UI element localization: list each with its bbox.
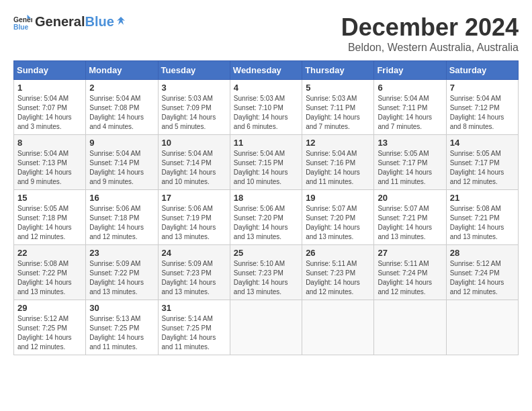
day-number: 14 (450, 138, 515, 148)
day-info: Sunrise: 5:09 AM Sunset: 7:22 PM Dayligh… (89, 259, 154, 297)
calendar-table: SundayMondayTuesdayWednesdayThursdayFrid… (13, 60, 519, 355)
calendar-week-row: 15 Sunrise: 5:05 AM Sunset: 7:18 PM Dayl… (14, 190, 519, 245)
calendar-day-cell (302, 300, 374, 355)
day-info: Sunrise: 5:04 AM Sunset: 7:14 PM Dayligh… (89, 149, 154, 187)
logo: General Blue GeneralBlue (13, 13, 126, 32)
calendar-day-cell: 30 Sunrise: 5:13 AM Sunset: 7:25 PM Dayl… (86, 300, 158, 355)
calendar-week-row: 8 Sunrise: 5:04 AM Sunset: 7:13 PM Dayli… (14, 135, 519, 190)
day-info: Sunrise: 5:12 AM Sunset: 7:25 PM Dayligh… (17, 314, 82, 352)
calendar-week-row: 22 Sunrise: 5:08 AM Sunset: 7:22 PM Dayl… (14, 245, 519, 300)
day-info: Sunrise: 5:11 AM Sunset: 7:24 PM Dayligh… (378, 259, 442, 297)
day-number: 6 (378, 83, 442, 93)
calendar-day-cell: 16 Sunrise: 5:06 AM Sunset: 7:18 PM Dayl… (86, 190, 158, 245)
calendar-day-cell: 17 Sunrise: 5:06 AM Sunset: 7:19 PM Dayl… (158, 190, 230, 245)
svg-marker-3 (117, 17, 125, 25)
calendar-week-row: 29 Sunrise: 5:12 AM Sunset: 7:25 PM Dayl… (14, 300, 519, 355)
day-info: Sunrise: 5:09 AM Sunset: 7:23 PM Dayligh… (162, 259, 226, 297)
day-info: Sunrise: 5:05 AM Sunset: 7:18 PM Dayligh… (17, 204, 82, 242)
day-number: 10 (162, 138, 226, 148)
calendar-day-cell (374, 300, 446, 355)
calendar-day-cell: 9 Sunrise: 5:04 AM Sunset: 7:14 PM Dayli… (86, 135, 158, 190)
day-info: Sunrise: 5:04 AM Sunset: 7:11 PM Dayligh… (378, 94, 442, 132)
day-number: 25 (234, 248, 298, 258)
calendar-day-header: Tuesday (158, 61, 230, 80)
day-info: Sunrise: 5:03 AM Sunset: 7:11 PM Dayligh… (306, 94, 370, 132)
day-number: 26 (306, 248, 370, 258)
calendar-day-cell: 5 Sunrise: 5:03 AM Sunset: 7:11 PM Dayli… (302, 80, 374, 135)
day-number: 19 (306, 193, 370, 203)
day-number: 4 (234, 83, 298, 93)
day-info: Sunrise: 5:11 AM Sunset: 7:23 PM Dayligh… (306, 259, 370, 297)
calendar-day-header: Monday (86, 61, 158, 80)
calendar-day-cell: 25 Sunrise: 5:10 AM Sunset: 7:23 PM Dayl… (230, 245, 302, 300)
day-info: Sunrise: 5:04 AM Sunset: 7:13 PM Dayligh… (17, 149, 82, 187)
calendar-day-header: Friday (374, 61, 446, 80)
day-number: 27 (378, 248, 442, 258)
day-info: Sunrise: 5:10 AM Sunset: 7:23 PM Dayligh… (234, 259, 298, 297)
calendar-day-cell: 10 Sunrise: 5:04 AM Sunset: 7:14 PM Dayl… (158, 135, 230, 190)
calendar-day-cell: 27 Sunrise: 5:11 AM Sunset: 7:24 PM Dayl… (374, 245, 446, 300)
day-number: 21 (450, 193, 515, 203)
day-info: Sunrise: 5:04 AM Sunset: 7:07 PM Dayligh… (17, 94, 82, 132)
day-number: 28 (450, 248, 515, 258)
day-number: 5 (306, 83, 370, 93)
day-info: Sunrise: 5:07 AM Sunset: 7:21 PM Dayligh… (378, 204, 442, 242)
calendar-day-cell: 4 Sunrise: 5:03 AM Sunset: 7:10 PM Dayli… (230, 80, 302, 135)
calendar-day-cell: 22 Sunrise: 5:08 AM Sunset: 7:22 PM Dayl… (14, 245, 86, 300)
calendar-day-cell: 7 Sunrise: 5:04 AM Sunset: 7:12 PM Dayli… (446, 80, 518, 135)
day-info: Sunrise: 5:06 AM Sunset: 7:20 PM Dayligh… (234, 204, 298, 242)
logo-bird-icon (116, 15, 126, 26)
day-number: 20 (378, 193, 442, 203)
calendar-day-cell (230, 300, 302, 355)
day-number: 3 (162, 83, 226, 93)
calendar-day-cell: 20 Sunrise: 5:07 AM Sunset: 7:21 PM Dayl… (374, 190, 446, 245)
day-number: 24 (162, 248, 226, 258)
day-number: 7 (450, 83, 515, 93)
day-info: Sunrise: 5:03 AM Sunset: 7:09 PM Dayligh… (162, 94, 226, 132)
day-number: 12 (306, 138, 370, 148)
day-number: 1 (17, 83, 82, 93)
calendar-day-cell: 8 Sunrise: 5:04 AM Sunset: 7:13 PM Dayli… (14, 135, 86, 190)
day-info: Sunrise: 5:04 AM Sunset: 7:08 PM Dayligh… (89, 94, 154, 132)
calendar-day-header: Sunday (14, 61, 86, 80)
day-number: 18 (234, 193, 298, 203)
day-info: Sunrise: 5:06 AM Sunset: 7:19 PM Dayligh… (162, 204, 226, 242)
day-number: 8 (17, 138, 82, 148)
calendar-day-cell: 24 Sunrise: 5:09 AM Sunset: 7:23 PM Dayl… (158, 245, 230, 300)
calendar-day-cell: 13 Sunrise: 5:05 AM Sunset: 7:17 PM Dayl… (374, 135, 446, 190)
calendar-day-cell: 31 Sunrise: 5:14 AM Sunset: 7:25 PM Dayl… (158, 300, 230, 355)
day-number: 13 (378, 138, 442, 148)
day-number: 22 (17, 248, 82, 258)
day-info: Sunrise: 5:04 AM Sunset: 7:15 PM Dayligh… (234, 149, 298, 187)
calendar-day-cell: 21 Sunrise: 5:08 AM Sunset: 7:21 PM Dayl… (446, 190, 518, 245)
day-number: 17 (162, 193, 226, 203)
day-info: Sunrise: 5:06 AM Sunset: 7:18 PM Dayligh… (89, 204, 154, 242)
page-header: General Blue GeneralBlue December 2024 B… (13, 13, 519, 54)
day-info: Sunrise: 5:05 AM Sunset: 7:17 PM Dayligh… (378, 149, 442, 187)
calendar-day-cell: 3 Sunrise: 5:03 AM Sunset: 7:09 PM Dayli… (158, 80, 230, 135)
day-info: Sunrise: 5:04 AM Sunset: 7:14 PM Dayligh… (162, 149, 226, 187)
day-info: Sunrise: 5:14 AM Sunset: 7:25 PM Dayligh… (162, 314, 226, 352)
day-info: Sunrise: 5:13 AM Sunset: 7:25 PM Dayligh… (89, 314, 154, 352)
calendar-day-cell: 28 Sunrise: 5:12 AM Sunset: 7:24 PM Dayl… (446, 245, 518, 300)
calendar-day-cell: 23 Sunrise: 5:09 AM Sunset: 7:22 PM Dayl… (86, 245, 158, 300)
day-number: 9 (89, 138, 154, 148)
calendar-week-row: 1 Sunrise: 5:04 AM Sunset: 7:07 PM Dayli… (14, 80, 519, 135)
day-number: 31 (162, 303, 226, 313)
calendar-day-cell (446, 300, 518, 355)
calendar-day-cell: 18 Sunrise: 5:06 AM Sunset: 7:20 PM Dayl… (230, 190, 302, 245)
svg-text:Blue: Blue (13, 24, 29, 31)
day-info: Sunrise: 5:05 AM Sunset: 7:17 PM Dayligh… (450, 149, 515, 187)
calendar-day-cell: 14 Sunrise: 5:05 AM Sunset: 7:17 PM Dayl… (446, 135, 518, 190)
calendar-day-cell: 19 Sunrise: 5:07 AM Sunset: 7:20 PM Dayl… (302, 190, 374, 245)
day-info: Sunrise: 5:04 AM Sunset: 7:12 PM Dayligh… (450, 94, 515, 132)
location-subtitle: Beldon, Western Australia, Australia (341, 42, 519, 54)
month-title: December 2024 (341, 13, 519, 42)
logo-blue-text: Blue (85, 14, 114, 30)
day-info: Sunrise: 5:08 AM Sunset: 7:22 PM Dayligh… (17, 259, 82, 297)
calendar-day-cell: 29 Sunrise: 5:12 AM Sunset: 7:25 PM Dayl… (14, 300, 86, 355)
calendar-day-header: Thursday (302, 61, 374, 80)
calendar-day-cell: 26 Sunrise: 5:11 AM Sunset: 7:23 PM Dayl… (302, 245, 374, 300)
day-number: 2 (89, 83, 154, 93)
day-number: 15 (17, 193, 82, 203)
